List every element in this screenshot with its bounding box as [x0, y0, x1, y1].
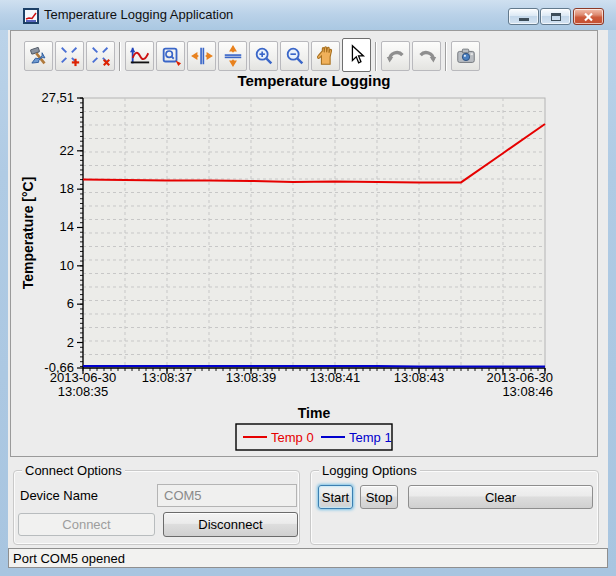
maximize-icon: [551, 13, 561, 21]
chart-title: Temperature Logging: [237, 72, 390, 89]
minimize-button[interactable]: [508, 8, 539, 25]
camera-icon: [455, 45, 477, 67]
status-bar: Port COM5 opened: [8, 548, 608, 568]
legend-temp0-label: Temp 0: [271, 430, 314, 445]
select-arrow-icon: [346, 44, 368, 66]
clear-button[interactable]: Clear: [408, 485, 593, 509]
svg-text:2013-06-30: 2013-06-30: [487, 370, 554, 385]
svg-text:10: 10: [60, 258, 74, 273]
select-button[interactable]: [342, 38, 371, 72]
redo-icon: [416, 45, 438, 67]
minimize-icon: [519, 18, 529, 21]
legend-temp1-label: Temp 1: [349, 430, 392, 445]
pan-hand-icon: [315, 45, 337, 67]
svg-text:18: 18: [60, 181, 74, 196]
maximize-button[interactable]: [540, 8, 571, 25]
y-axis-title: Temperature [°C]: [20, 177, 36, 290]
svg-text:13:08:39: 13:08:39: [226, 370, 277, 385]
logging-options-title: Logging Options: [319, 463, 420, 478]
application-window: Temperature Logging Application: [0, 0, 616, 576]
stop-button[interactable]: Stop: [360, 485, 398, 509]
svg-text:27,51: 27,51: [41, 90, 74, 105]
svg-text:13:08:37: 13:08:37: [142, 370, 193, 385]
connect-options-title: Connect Options: [22, 463, 125, 478]
close-icon: [583, 12, 594, 22]
expand-vertical-icon: [222, 45, 244, 67]
device-name-label: Device Name: [20, 488, 98, 503]
svg-text:2013-06-30: 2013-06-30: [50, 370, 117, 385]
start-button[interactable]: Start: [318, 485, 353, 509]
remove-cursor-icon: [90, 45, 112, 67]
close-button[interactable]: [573, 8, 604, 25]
expand-horizontal-icon: [191, 45, 213, 67]
svg-text:14: 14: [60, 219, 74, 234]
zoom-graph-icon: [129, 45, 151, 67]
svg-text:13:08:46: 13:08:46: [502, 384, 553, 399]
svg-text:22: 22: [60, 143, 74, 158]
disconnect-button[interactable]: Disconnect: [163, 512, 298, 537]
app-icon: [23, 8, 39, 24]
connect-button[interactable]: Connect: [18, 513, 155, 536]
svg-text:13:08:41: 13:08:41: [310, 370, 361, 385]
title-bar[interactable]: Temperature Logging Application: [0, 0, 616, 30]
hammer-wrench-icon: [28, 45, 50, 67]
zoom-out-icon: [284, 45, 306, 67]
zoom-region-icon: [160, 45, 182, 67]
svg-text:13:08:43: 13:08:43: [394, 370, 445, 385]
device-name-input[interactable]: [157, 484, 297, 507]
window-title: Temperature Logging Application: [44, 7, 233, 22]
svg-text:13:08:35: 13:08:35: [58, 384, 109, 399]
add-cursor-icon: [59, 45, 81, 67]
svg-text:2: 2: [67, 335, 74, 350]
zoom-in-icon: [253, 45, 275, 67]
temperature-chart: 27,512218141062-0,662013-06-3013:08:3513…: [11, 66, 597, 456]
undo-icon: [385, 45, 407, 67]
x-axis-title: Time: [298, 405, 331, 421]
svg-text:6: 6: [67, 296, 74, 311]
status-message: Port COM5 opened: [13, 551, 125, 566]
